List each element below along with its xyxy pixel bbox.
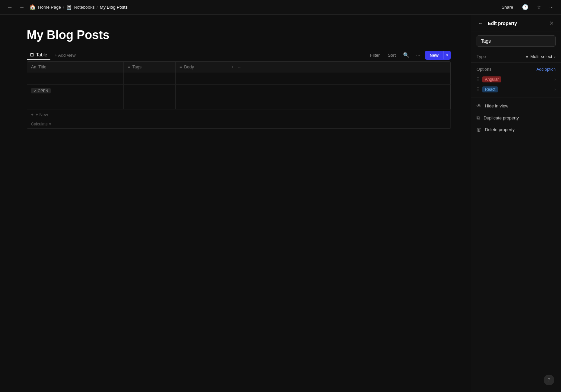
- eye-icon: 👁: [477, 103, 482, 109]
- open-badge-label: OPEN: [38, 89, 48, 93]
- new-main-button[interactable]: New: [425, 51, 443, 60]
- row1-tags-cell[interactable]: [124, 72, 176, 84]
- row2-rest-cell: [227, 85, 451, 97]
- column-header-title[interactable]: Aa Title: [27, 62, 124, 72]
- drag-handle-icon-react[interactable]: ⠿: [477, 87, 480, 92]
- duplicate-property-action[interactable]: ⧉ Duplicate property: [471, 112, 561, 124]
- option-badge-react: React: [482, 86, 498, 92]
- add-row-button[interactable]: + + New: [27, 109, 451, 120]
- toolbar-left: ⊞ Table + Add view: [27, 50, 78, 60]
- table-row[interactable]: + ⠿: [27, 72, 451, 85]
- open-badge[interactable]: ⤢ OPEN: [31, 88, 51, 93]
- search-button[interactable]: 🔍: [401, 51, 411, 59]
- add-row-label: + New: [36, 112, 48, 117]
- row2-title-cell[interactable]: + ⠿ ⤢ OPEN: [27, 85, 124, 97]
- tags-col-icon: ≡: [128, 64, 130, 69]
- column-header-add[interactable]: + ···: [227, 62, 451, 72]
- option-item-angular[interactable]: ⠿ Angular ›: [471, 74, 561, 84]
- row2-body-cell[interactable]: [176, 85, 227, 97]
- notebooks-icon: 📓: [66, 5, 72, 10]
- type-label: Type: [477, 54, 486, 59]
- calculate-row[interactable]: Calculate ▾: [27, 120, 451, 128]
- drag-handle-icon-angular[interactable]: ⠿: [477, 77, 480, 82]
- type-value[interactable]: ≡ Multi-select ›: [526, 54, 556, 59]
- body-col-label: Body: [184, 64, 194, 69]
- add-option-button[interactable]: Add option: [537, 67, 556, 72]
- breadcrumb-notebooks[interactable]: Notebooks: [74, 5, 94, 10]
- tab-table[interactable]: ⊞ Table: [27, 50, 50, 60]
- more-options-button[interactable]: ···: [547, 3, 556, 12]
- home-icon[interactable]: 🏠: [29, 4, 36, 10]
- panel-divider: [471, 97, 561, 97]
- top-navigation: ← → 🏠 Home Page / 📓 Notebooks / My Blog …: [0, 0, 561, 15]
- panel-header: ← Edit property ✕: [471, 15, 561, 31]
- table-row[interactable]: + ⠿ ⤢ OPEN: [27, 85, 451, 97]
- option-chevron-react: ›: [554, 87, 556, 92]
- row3-tags-cell[interactable]: [124, 97, 176, 109]
- property-type-row: Type ≡ Multi-select ›: [471, 51, 561, 63]
- forward-button[interactable]: →: [17, 3, 27, 12]
- row1-title-cell[interactable]: + ⠿: [27, 72, 124, 84]
- star-icon-button[interactable]: ☆: [535, 3, 543, 12]
- breadcrumb: 🏠 Home Page / 📓 Notebooks / My Blog Post…: [29, 4, 127, 10]
- duplicate-property-label: Duplicate property: [484, 115, 519, 120]
- calculate-chevron: ▾: [49, 122, 51, 126]
- add-view-button[interactable]: + Add view: [52, 51, 78, 59]
- title-col-icon: Aa: [31, 64, 36, 69]
- option-item-left-react: ⠿ React: [477, 86, 498, 92]
- breadcrumb-current: My Blog Posts: [100, 5, 127, 10]
- breadcrumb-home-label[interactable]: Home Page: [38, 5, 61, 10]
- sort-button[interactable]: Sort: [385, 51, 398, 59]
- row3-rest-cell: [227, 97, 451, 109]
- row2-tags-cell[interactable]: [124, 85, 176, 97]
- filter-button[interactable]: Filter: [367, 51, 382, 59]
- nav-right: Share 🕐 ☆ ···: [499, 3, 556, 12]
- nav-left: ← → 🏠 Home Page / 📓 Notebooks / My Blog …: [5, 3, 127, 12]
- main-area: My Blog Posts ⊞ Table + Add view Filter …: [0, 15, 561, 392]
- hide-in-view-label: Hide in view: [485, 103, 508, 108]
- breadcrumb-sep-2: /: [96, 5, 98, 10]
- panel-close-button[interactable]: ✕: [547, 19, 556, 27]
- row1-body-cell[interactable]: [176, 72, 227, 84]
- body-col-icon: ≡: [180, 64, 182, 69]
- database-table: Aa Title ≡ Tags ≡ Body + ···: [27, 61, 451, 129]
- new-dropdown-button[interactable]: ▾: [443, 51, 451, 59]
- table-row[interactable]: + ⠿: [27, 97, 451, 109]
- options-label: Options: [477, 67, 492, 72]
- share-button[interactable]: Share: [499, 3, 516, 11]
- property-name-input[interactable]: [477, 35, 556, 47]
- add-col-icon: +: [231, 64, 234, 69]
- column-header-tags[interactable]: ≡ Tags: [124, 62, 176, 72]
- option-item-left-angular: ⠿ Angular: [477, 76, 501, 82]
- calculate-label: Calculate: [31, 122, 48, 126]
- hide-in-view-action[interactable]: 👁 Hide in view: [471, 100, 561, 112]
- add-row-icon: +: [31, 112, 34, 117]
- more-toolbar-button[interactable]: ···: [414, 51, 423, 59]
- column-header-body[interactable]: ≡ Body: [176, 62, 227, 72]
- panel-title: Edit property: [488, 21, 517, 26]
- option-item-react[interactable]: ⠿ React ›: [471, 84, 561, 94]
- row3-title-cell[interactable]: + ⠿: [27, 97, 124, 109]
- options-section-header: Options Add option: [471, 63, 561, 74]
- type-icon: ≡: [526, 54, 528, 59]
- option-badge-angular: Angular: [482, 76, 501, 82]
- row1-rest-cell: [227, 72, 451, 84]
- row3-body-cell[interactable]: [176, 97, 227, 109]
- option-chevron-angular: ›: [554, 77, 556, 82]
- breadcrumb-sep-1: /: [63, 5, 64, 10]
- tags-col-label: Tags: [132, 64, 142, 69]
- table-tab-label: Table: [36, 52, 47, 57]
- open-badge-icon: ⤢: [34, 89, 36, 93]
- duplicate-icon: ⧉: [477, 115, 480, 121]
- delete-property-action[interactable]: 🗑 Delete property: [471, 124, 561, 135]
- view-toolbar: ⊞ Table + Add view Filter Sort 🔍 ··· New…: [27, 50, 451, 61]
- page-content: My Blog Posts ⊞ Table + Add view Filter …: [0, 15, 471, 392]
- panel-header-left: ← Edit property: [477, 20, 517, 27]
- page-title: My Blog Posts: [27, 28, 451, 42]
- help-button[interactable]: ?: [544, 375, 554, 385]
- back-button[interactable]: ←: [5, 3, 15, 12]
- type-text: Multi-select: [530, 54, 552, 59]
- panel-back-button[interactable]: ←: [477, 20, 485, 27]
- new-button-group: New ▾: [425, 51, 451, 60]
- clock-icon-button[interactable]: 🕐: [520, 3, 531, 12]
